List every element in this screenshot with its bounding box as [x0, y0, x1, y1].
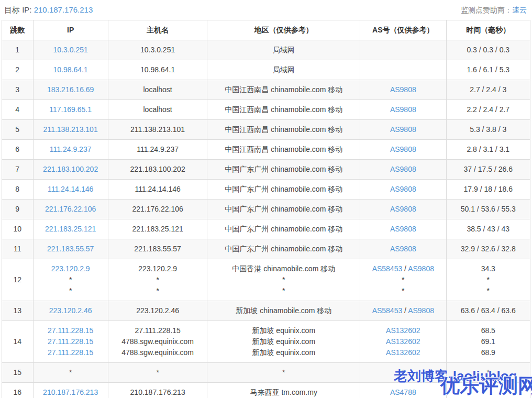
table-row-hop-11: 11221.183.55.57221.183.55.57中国广东广州 china…	[2, 239, 530, 259]
asn-line: AS9808	[362, 84, 444, 95]
ip-link[interactable]: 10.3.0.251	[53, 46, 88, 54]
host-text: *	[110, 274, 205, 285]
region-text: 中国江西南昌 chinamobile.com 移动	[209, 144, 358, 155]
ip-cell: 10.3.0.251	[33, 40, 108, 60]
ip-link[interactable]: 27.111.228.15	[48, 326, 93, 335]
host-text: 221.183.25.121	[110, 224, 205, 235]
asn-text: *	[362, 274, 444, 285]
hop-text: 13	[4, 305, 31, 316]
ip-link[interactable]: 27.111.228.15	[48, 337, 93, 346]
ip-link[interactable]: 211.138.213.101	[43, 125, 98, 134]
ip-link[interactable]: 221.176.22.106	[45, 205, 96, 213]
time-cell: 0.3 / 0.3 / 0.3	[446, 40, 530, 60]
asn-link[interactable]: AS9808	[390, 245, 416, 253]
hop-text: 16	[4, 387, 31, 398]
ip-link[interactable]: 183.216.16.69	[47, 85, 94, 94]
ip-cell: 223.120.2.46	[33, 301, 108, 321]
hop-text: 10	[4, 224, 31, 235]
asn-link[interactable]: AS9808	[390, 165, 416, 173]
ip-cell: 223.120.2.9**	[33, 259, 108, 301]
time-text: 1.6 / 6.1 / 5.3	[449, 64, 528, 75]
sponsor-label: 监测点赞助商：	[461, 6, 512, 14]
ip-cell: 210.187.176.213	[33, 383, 108, 398]
region-cell: 局域网	[207, 40, 360, 60]
hop-text: 15	[4, 367, 31, 378]
column-header-3: 地区（仅供参考）	[207, 20, 360, 40]
asn-line: AS9808	[362, 184, 444, 195]
asn-link[interactable]: AS9808	[390, 205, 416, 213]
ip-link[interactable]: 223.120.2.9	[51, 264, 90, 273]
ip-link[interactable]: 221.183.55.57	[47, 245, 94, 253]
asn-link[interactable]: AS9808	[390, 105, 416, 114]
asn-line: AS58453 / AS9808	[362, 263, 444, 274]
hop-cell: 1	[2, 40, 34, 60]
time-cell: *	[446, 363, 530, 383]
asn-link[interactable]: AS9808	[390, 125, 416, 134]
ip-link[interactable]: 223.120.2.46	[49, 306, 92, 315]
time-cell: 63.6 / 63.4 / 63.6	[446, 301, 530, 321]
table-row-hop-2: 210.98.64.110.98.64.1局域网1.6 / 6.1 / 5.3	[2, 60, 530, 80]
ip-link[interactable]: 27.111.228.15	[48, 348, 93, 357]
ip-line: 111.24.9.237	[36, 144, 106, 155]
ip-link[interactable]: 10.98.64.1	[53, 65, 88, 74]
asn-link[interactable]: AS9808	[408, 264, 434, 273]
asn-link[interactable]: AS58453	[372, 264, 403, 273]
ip-link[interactable]: 210.187.176.213	[43, 388, 98, 396]
table-row-hop-9: 9221.176.22.106221.176.22.106中国广东广州 chin…	[2, 200, 530, 219]
asn-text: *	[362, 367, 444, 378]
region-cell: 中国香港 chinamobile.com 移动**	[207, 259, 360, 301]
region-text: 中国广东广州 chinamobile.com 移动	[209, 224, 358, 235]
asn-line: AS132602	[362, 336, 444, 347]
asn-link[interactable]: AS9808	[390, 145, 416, 153]
time-cell: 2.2 / 2.4 / 2.7	[446, 100, 530, 120]
host-text: 10.98.64.1	[110, 64, 205, 75]
asn-cell: AS9808	[360, 100, 446, 120]
hop-text: 4	[4, 104, 31, 115]
hop-cell: 15	[2, 363, 34, 383]
hostname-cell: localhost	[108, 80, 207, 100]
time-text: 68.5	[449, 325, 528, 336]
asn-cell: AS9808	[360, 219, 446, 239]
region-text: 中国江西南昌 chinamobile.com 移动	[209, 104, 358, 115]
ip-line: 223.120.2.46	[36, 305, 106, 316]
asn-link[interactable]: AS132602	[386, 326, 420, 335]
hop-text: 1	[4, 45, 31, 56]
ip-link[interactable]: 221.183.25.121	[45, 225, 96, 233]
asn-link[interactable]: AS132602	[386, 337, 420, 346]
host-text: localhost	[110, 84, 205, 95]
traceroute-page: 目标 IP: 210.187.176.213 监测点赞助商：速云 跳数IP主机名…	[0, 0, 532, 398]
asn-link[interactable]: AS4788	[390, 388, 416, 396]
target-ip-link[interactable]: 210.187.176.213	[34, 5, 93, 14]
hostname-cell: 221.183.25.121	[108, 219, 207, 239]
asn-link[interactable]: AS9808	[408, 306, 434, 315]
ip-link[interactable]: 111.24.14.146	[48, 185, 93, 193]
hop-text: 9	[4, 204, 31, 215]
hostname-cell: 27.111.228.154788.sgw.equinix.com4788.sg…	[108, 321, 207, 363]
region-text: 新加坡 equinix.com	[209, 325, 358, 336]
asn-link[interactable]: AS132602	[386, 348, 420, 357]
asn-link[interactable]: AS9808	[390, 85, 416, 94]
ip-link[interactable]: 111.24.9.237	[50, 145, 92, 153]
asn-link[interactable]: AS9808	[390, 185, 416, 193]
hostname-cell: *	[108, 363, 207, 383]
asn-link[interactable]: AS58453	[372, 306, 403, 315]
sponsor-link[interactable]: 速云	[512, 6, 527, 14]
region-text: 局域网	[209, 64, 358, 75]
table-row-hop-14: 1427.111.228.1527.111.228.1527.111.228.1…	[2, 321, 530, 363]
time-text: 50.1 / 53.6 / 55.3	[449, 204, 528, 215]
hop-cell: 2	[2, 60, 34, 80]
ip-cell: 117.169.65.1	[33, 100, 108, 120]
hostname-cell: 221.183.100.202	[108, 160, 207, 180]
ip-link[interactable]: 117.169.65.1	[49, 105, 92, 114]
hop-cell: 16	[2, 383, 34, 398]
asn-link[interactable]: AS9808	[390, 225, 416, 233]
time-text: 34.3	[449, 263, 528, 274]
region-cell: 中国广东广州 chinamobile.com 移动	[207, 160, 360, 180]
region-cell: 中国广东广州 chinamobile.com 移动	[207, 239, 360, 259]
asn-cell: AS58453 / AS9808	[360, 301, 446, 321]
hop-text: 7	[4, 164, 31, 175]
ip-link[interactable]: 221.183.100.202	[43, 165, 98, 173]
asn-cell: AS9808	[360, 239, 446, 259]
time-cell: 17.9 / 18 / 18.6	[446, 180, 530, 200]
host-text: localhost	[110, 104, 205, 115]
